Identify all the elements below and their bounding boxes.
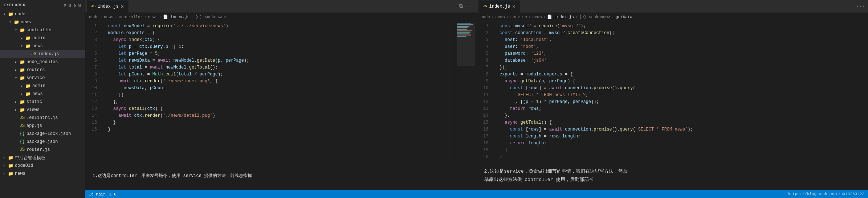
sidebar-item-views[interactable]: ▸ 📁 views [0,106,85,114]
left-editor-panel: JS index.js ✕ ⧉ ··· code › news › contro… [85,0,477,190]
folder-icon: 📁 [13,20,20,25]
sidebar-item-controller[interactable]: ▾ 📁 controller [0,26,85,34]
folder-icon: 📁 [19,67,25,73]
sidebar-item-label: views [27,107,85,112]
sidebar-item-code[interactable]: ▾ 📁 code [0,10,85,18]
tab-close-button[interactable]: ✕ [121,4,124,9]
folder-icon: 📁 [7,12,14,17]
chevron-icon: ▸ [19,36,25,40]
sidebar-item-router-js[interactable]: JS router.js [0,146,85,154]
right-breadcrumb: code › news › service › news › 📄 index.j… [477,13,868,21]
sidebar-item-static[interactable]: ▸ 📁 static [0,98,85,106]
sidebar-item-label: codeOld [15,163,85,168]
collapse-icon[interactable]: ⊟ [78,3,81,8]
tab-label: index.js [98,4,119,9]
sidebar-item-label: node_modules [27,59,85,65]
file-icon: {} [19,139,25,144]
new-file-icon[interactable]: ⊕ [64,3,67,8]
file-icon: JS [19,147,25,152]
split-editor-icon[interactable]: ⧉ [459,3,463,9]
right-code-area[interactable]: const mysql2 = require('mysql2'); const … [492,21,868,161]
file-icon: JS [19,123,25,128]
chevron-icon: ▸ [13,60,19,64]
chevron-icon: ▸ [19,84,25,88]
left-annotation-text: 1.这边是controller，用来发号施令，使用 service 提供的方法，… [93,173,252,179]
status-bar-errors: ⚠ 0 [109,192,117,197]
sidebar: EXPLORER ⊕ ⊞ ↻ ⊟ ▾ 📁 code ▾ 📁 news ▾ 📁 c… [0,0,85,198]
sidebar-item-news-c[interactable]: ▾ 📁 news [0,42,85,50]
folder-icon: 📁 [7,171,14,177]
folder-icon: 📁 [25,36,31,41]
editors-row: JS index.js ✕ ⧉ ··· code › news › contro… [85,0,868,190]
sidebar-item-news-s[interactable]: ▸ 📁 news [0,90,85,98]
right-annotation-line1: 2.这边是service，负责做很细节的事情，我们在这里写方法，然后 [484,168,861,176]
sidebar-item-admin-c[interactable]: ▸ 📁 admin [0,34,85,42]
chevron-icon: ▾ [7,20,13,24]
more-actions-icon[interactable]: ··· [856,3,865,9]
sidebar-item-label: router.js [27,147,85,152]
breadcrumb-news: news [496,15,505,19]
sidebar-item-routers[interactable]: ▸ 📁 routers [0,66,85,74]
right-editor-content: 12345 678910 1112131415 1617181920 21 co… [477,21,868,161]
sidebar-header-icons: ⊕ ⊞ ↻ ⊟ [64,3,82,8]
sidebar-item-label: news [32,44,85,49]
sidebar-item-backend-template[interactable]: ▸ 📁 带后台管理模板 [0,154,85,162]
sidebar-item-news[interactable]: ▾ 📁 news [0,18,85,26]
sidebar-item-label: 带后台管理模板 [15,155,85,161]
left-editor-content: 12345 678910 1112131415 16 const newMode… [85,21,477,161]
left-tab-bar: JS index.js ✕ ⧉ ··· [85,0,477,13]
sidebar-item-label: .eslintrc.js [27,115,85,120]
chevron-icon: ▸ [13,108,19,112]
left-tab-index-js[interactable]: JS index.js ✕ [87,0,129,13]
sidebar-item-label: admin [32,83,85,88]
right-tab-index-js[interactable]: JS index.js ✕ [478,0,520,13]
sidebar-item-package-lock[interactable]: {} package-lock.json [0,130,85,138]
right-annotation-line2: 暴露出这些方法供 controller 使用，后勤部部长 [484,176,861,184]
folder-icon: 📁 [7,163,14,169]
breadcrumb-news2: news [148,15,158,19]
breadcrumb-code: code [481,15,490,19]
sidebar-tree: ▾ 📁 code ▾ 📁 news ▾ 📁 controller ▸ 📁 adm… [0,10,85,198]
sidebar-item-service[interactable]: ▾ 📁 service [0,74,85,82]
chevron-icon: ▾ [19,44,25,48]
left-breadcrumb: code › news › controller › news › 📄 inde… [85,13,477,21]
new-folder-icon[interactable]: ⊞ [69,3,72,8]
folder-icon: 📁 [25,44,31,49]
sidebar-item-label: news [15,171,85,176]
refresh-icon[interactable]: ↻ [74,3,77,8]
chevron-icon: ▾ [13,28,19,32]
right-annotation-bar: 2.这边是service，负责做很细节的事情，我们在这里写方法，然后 暴露出这些… [477,161,868,190]
sidebar-item-index-js[interactable]: JS index.js [0,50,85,58]
sidebar-item-node-modules[interactable]: ▸ 📁 node_modules [0,58,85,66]
more-actions-icon[interactable]: ··· [464,3,473,9]
sidebar-item-admin-s[interactable]: ▸ 📁 admin [0,82,85,90]
sidebar-item-package-json[interactable]: {} package.json [0,138,85,146]
tab-file-icon: JS [483,4,487,8]
sidebar-item-label: controller [27,28,85,33]
status-bar-info: ⎇ main [89,192,106,197]
folder-icon: 📁 [25,91,31,97]
sidebar-item-news-root[interactable]: ▸ 📁 news [0,170,85,178]
sidebar-item-label: news [32,91,85,96]
breadcrumb-service: service [510,15,527,19]
folder-icon: 📁 [19,99,25,105]
sidebar-item-label: admin [32,36,85,41]
folder-icon: 📁 [19,107,25,113]
chevron-icon: ▸ [1,156,7,160]
sidebar-item-label: package-lock.json [27,131,85,136]
tab-label: index.js [489,4,510,9]
tab-close-button[interactable]: ✕ [512,4,515,9]
sidebar-item-label: index.js [38,51,85,57]
sidebar-item-eslintrc[interactable]: JS .eslintrc.js [0,114,85,122]
sidebar-item-code-old[interactable]: ▸ 📁 codeOld [0,162,85,170]
breadcrumb-controller: controller [119,15,143,19]
folder-icon: 📁 [19,28,25,33]
main-area: JS index.js ✕ ⧉ ··· code › news › contro… [85,0,868,198]
folder-icon: 📁 [7,155,14,161]
left-code-area[interactable]: const newModel = require('../../service/… [100,21,455,161]
chevron-icon: ▸ [13,68,19,72]
status-bar-url[interactable]: https://blog.csdn.net/u010263423 [788,192,864,196]
sidebar-item-app-js[interactable]: JS app.js [0,122,85,130]
sidebar-item-label: routers [27,67,85,73]
right-tab-bar-actions: ··· [856,3,867,9]
